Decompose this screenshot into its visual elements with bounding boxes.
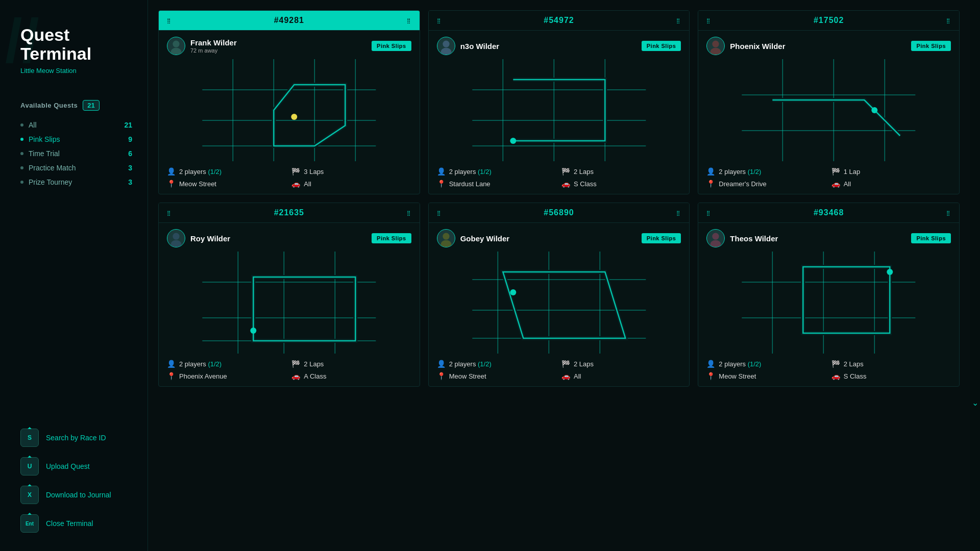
race-card-1[interactable]: ⣿ #54972 ⣿ n3o Wilder Pink Slips (428, 10, 690, 194)
svg-point-9 (291, 114, 297, 120)
players-icon-3: 👤 (167, 360, 176, 368)
filter-practice-match[interactable]: Practice Match 3 (20, 164, 132, 172)
card-header-5: ⣿ #93468 ⣿ (698, 203, 959, 223)
card-footer-4: 👤 2 players (1/2) 🏁 2 Laps 📍 Meow Street… (429, 354, 690, 386)
card-player-row-2: Phoenix Wilder Pink Slips (698, 31, 959, 59)
avatar-4 (437, 229, 455, 247)
card-footer-0: 👤 2 players (1/2) 🏁 3 Laps 📍 Meow Street… (159, 161, 420, 194)
upload-action-label: Upload Quest (46, 462, 90, 470)
filter-dot-time-trial (20, 152, 23, 155)
upload-quest-button[interactable]: U Upload Quest (20, 454, 132, 479)
filter-dot-pink-slips (20, 138, 23, 141)
card-map-0 (159, 59, 420, 161)
search-key-badge: S (20, 429, 39, 447)
main-content[interactable]: ⣿ #49281 ⣿ Frank Wilder 72 m away Pink S… (148, 0, 970, 551)
svg-point-46 (710, 240, 721, 247)
filter-time-trial[interactable]: Time Trial 6 (20, 149, 132, 158)
filter-label-all: All (29, 121, 119, 129)
race-id-2: #17502 (814, 16, 844, 25)
location-value-2: Dreamer's Drive (719, 180, 767, 188)
laps-icon-0: 🏁 (291, 167, 300, 176)
filter-prize-tourney[interactable]: Prize Tourney 3 (20, 178, 132, 186)
svg-point-28 (171, 240, 182, 247)
footer-car-4: 🚗 All (561, 372, 681, 380)
car-icon-3: 🚗 (291, 372, 300, 380)
car-icon-4: 🚗 (561, 372, 570, 380)
svg-point-1 (171, 48, 182, 55)
svg-point-0 (173, 41, 179, 47)
race-card-4[interactable]: ⣿ #56890 ⣿ Gobey Wilder Pink Slips (428, 203, 690, 387)
grid-icon-right-2: ⣿ (946, 18, 951, 23)
download-key-badge: X (20, 486, 39, 504)
card-map-1 (429, 59, 690, 161)
location-icon-4: 📍 (437, 372, 446, 380)
card-map-2 (698, 59, 959, 161)
grid-icon-left-4: ⣿ (437, 210, 442, 216)
pink-slips-badge-4[interactable]: Pink Slips (642, 233, 681, 243)
search-action-label: Search by Race ID (46, 434, 106, 442)
pink-slips-badge-2[interactable]: Pink Slips (911, 41, 951, 51)
filter-count-practice-match: 3 (128, 164, 132, 172)
car-icon-5: 🚗 (831, 372, 840, 380)
avatar-2 (706, 37, 725, 55)
footer-location-3: 📍 Phoenix Avenue (167, 372, 286, 380)
svg-point-11 (440, 48, 451, 55)
svg-point-45 (713, 233, 719, 240)
player-name-4: Gobey Wilder (460, 234, 510, 243)
footer-location-0: 📍 Meow Street (167, 180, 286, 188)
player-info-2: Phoenix Wilder (706, 37, 785, 55)
footer-players-5: 👤 2 players (1/2) (706, 360, 826, 368)
race-card-3[interactable]: ⣿ #21635 ⣿ Roy Wilder Pink Slips (158, 203, 420, 387)
filter-all[interactable]: All 21 (20, 121, 132, 129)
player-text-2: Phoenix Wilder (730, 42, 785, 51)
svg-point-18 (510, 138, 516, 144)
player-name-5: Theos Wilder (730, 234, 778, 243)
location-value-0: Meow Street (179, 180, 216, 188)
race-card-2[interactable]: ⣿ #17502 ⣿ Phoenix Wilder Pink Slips (698, 10, 960, 194)
laps-icon-2: 🏁 (831, 167, 840, 176)
race-card-5[interactable]: ⣿ #93468 ⣿ Theos Wilder Pink Slips (698, 203, 960, 387)
filter-dot-practice-match (20, 166, 23, 169)
quest-count-badge: 21 (83, 100, 99, 111)
card-header-1: ⣿ #54972 ⣿ (429, 11, 690, 31)
svg-point-20 (710, 48, 721, 55)
race-card-0[interactable]: ⣿ #49281 ⣿ Frank Wilder 72 m away Pink S… (158, 10, 420, 194)
scroll-down-arrow[interactable]: ⌄ (972, 398, 978, 408)
player-info-0: Frank Wilder 72 m away (167, 37, 237, 55)
footer-laps-4: 🏁 2 Laps (561, 360, 681, 368)
player-text-3: Roy Wilder (190, 234, 230, 243)
player-name-1: n3o Wilder (460, 42, 500, 51)
player-name-3: Roy Wilder (190, 234, 230, 243)
race-id-5: #93468 (814, 208, 844, 217)
search-by-race-id-button[interactable]: S Search by Race ID (20, 425, 132, 450)
footer-laps-2: 🏁 1 Lap (831, 167, 951, 176)
svg-point-27 (173, 233, 179, 240)
avatar-0 (167, 37, 185, 55)
card-map-3 (159, 252, 420, 354)
filter-count-prize-tourney: 3 (128, 178, 132, 186)
svg-point-10 (443, 41, 449, 47)
players-icon-5: 👤 (706, 360, 715, 368)
pink-slips-badge-3[interactable]: Pink Slips (372, 233, 411, 243)
laps-value-4: 2 Laps (574, 360, 594, 368)
player-info-1: n3o Wilder (437, 37, 500, 55)
pink-slips-badge-5[interactable]: Pink Slips (911, 233, 951, 243)
card-header-0: ⣿ #49281 ⣿ (159, 11, 420, 31)
footer-laps-5: 🏁 2 Laps (831, 360, 951, 368)
pink-slips-badge-0[interactable]: Pink Slips (372, 41, 411, 51)
avatar-5 (706, 229, 725, 247)
location-icon-3: 📍 (167, 372, 176, 380)
svg-point-26 (872, 107, 878, 113)
pink-slips-badge-1[interactable]: Pink Slips (642, 41, 681, 51)
close-action-label: Close Terminal (46, 519, 93, 528)
svg-point-52 (887, 269, 893, 275)
filter-pink-slips[interactable]: Pink Slips 9 (20, 135, 132, 143)
distance-tag-0: 72 m away (190, 47, 237, 54)
laps-icon-5: 🏁 (831, 360, 840, 368)
footer-players-4: 👤 2 players (1/2) (437, 360, 556, 368)
filter-label-pink-slips: Pink Slips (29, 135, 123, 143)
download-to-journal-button[interactable]: X Download to Journal (20, 483, 132, 507)
footer-laps-0: 🏁 3 Laps (291, 167, 411, 176)
close-terminal-button[interactable]: Ent Close Terminal (20, 511, 132, 536)
grid-icon-left-3: ⣿ (167, 210, 172, 216)
